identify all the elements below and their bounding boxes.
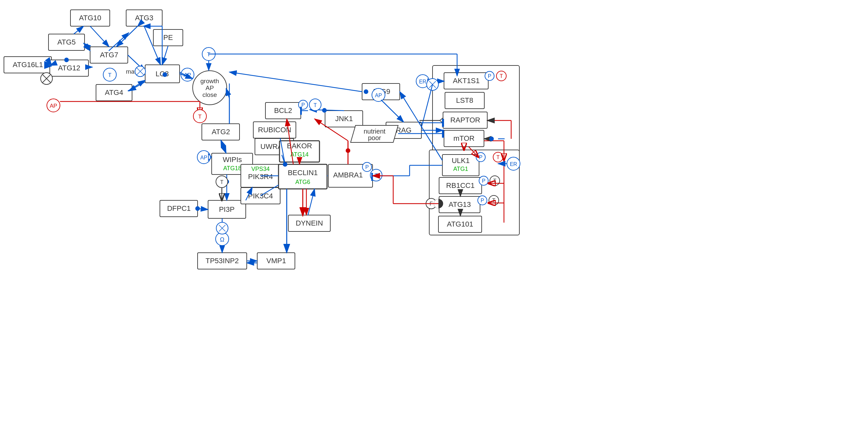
- nutrient-poor-label2: poor: [368, 134, 381, 141]
- svg-line-154: [381, 100, 404, 122]
- bcl2-label: BCL2: [274, 106, 292, 114]
- svg-text:AP: AP: [200, 155, 207, 160]
- atg101-label: ATG101: [447, 220, 473, 228]
- dfpc1-label: DFPC1: [167, 204, 191, 212]
- atg18-label: ATG18: [223, 165, 242, 172]
- svg-point-94: [162, 72, 167, 77]
- pathway-svg: ATG10 ATG3 ATG5 ATG7 PE ATG16L1 ATG12 AT…: [0, 0, 868, 439]
- ap-label: AP: [206, 85, 214, 91]
- nutrient-poor-label: nutrient: [364, 128, 386, 135]
- atg5-label: ATG5: [57, 38, 76, 46]
- close-label: close: [203, 91, 217, 98]
- ulk1-label: ULK1: [452, 157, 470, 165]
- svg-text:T: T: [220, 179, 223, 185]
- svg-point-147: [346, 148, 350, 153]
- svg-line-103: [162, 46, 168, 65]
- svg-line-111: [221, 140, 226, 153]
- svg-point-153: [364, 89, 368, 94]
- svg-text:ER: ER: [510, 161, 517, 167]
- atg14-label: ATG14: [290, 151, 309, 158]
- rb1cc1-label: RB1CC1: [446, 181, 475, 190]
- svg-point-190: [489, 136, 494, 141]
- pe-label: PE: [163, 33, 173, 41]
- jnk1-label: JNK1: [335, 114, 353, 123]
- lst8-label: LST8: [456, 96, 473, 104]
- atg1-ulk1-label: ATG1: [453, 166, 468, 172]
- atg12-label: ATG12: [58, 64, 80, 72]
- dynein-label: DYNEIN: [296, 219, 323, 227]
- svg-text:Ω: Ω: [220, 236, 224, 243]
- svg-point-136: [283, 162, 287, 167]
- svg-point-139: [322, 108, 327, 113]
- svg-point-118: [195, 206, 200, 211]
- svg-point-109: [64, 58, 69, 62]
- atg3-label: ATG3: [135, 14, 153, 22]
- svg-line-105: [74, 26, 84, 34]
- pi3p-label: PI3P: [219, 205, 235, 213]
- svg-text:T: T: [108, 72, 112, 78]
- akt1s1-label: AKT1S1: [453, 77, 480, 85]
- atg7-label: ATG7: [100, 51, 118, 59]
- rubicon-label: RUBICON: [258, 126, 291, 134]
- mtor-label: mTOR: [454, 134, 474, 142]
- pathway-diagram: ATG10 ATG3 ATG5 ATG7 PE ATG16L1 ATG12 AT…: [0, 0, 868, 439]
- svg-text:P: P: [481, 198, 484, 203]
- svg-text:AP: AP: [375, 93, 382, 98]
- svg-line-202: [308, 189, 315, 215]
- atg4-label: ATG4: [105, 89, 123, 97]
- svg-text:T: T: [493, 178, 496, 184]
- pik3c4-label: PIK3C4: [248, 192, 273, 200]
- svg-text:T: T: [207, 52, 210, 58]
- svg-text:P: P: [482, 178, 486, 184]
- raptor-label: RAPTOR: [450, 116, 480, 124]
- svg-text:T: T: [500, 73, 503, 79]
- atg13-label: ATG13: [448, 200, 471, 208]
- tp53inp2-label: TP53INP2: [206, 257, 239, 265]
- svg-text:T: T: [198, 113, 202, 120]
- svg-text:ER: ER: [419, 79, 426, 85]
- atg2-label: ATG2: [212, 128, 230, 136]
- svg-text:P: P: [488, 73, 492, 79]
- rag-label: RAG: [396, 126, 411, 134]
- growth-label: growth: [200, 77, 219, 85]
- svg-text:AP: AP: [50, 103, 57, 109]
- svg-line-70: [90, 26, 109, 47]
- svg-line-171: [422, 85, 433, 128]
- vmp1-label: VMP1: [267, 257, 286, 265]
- atg16l1-label: ATG16L1: [13, 61, 43, 69]
- svg-text:T: T: [492, 198, 495, 203]
- svg-text:T: T: [314, 102, 317, 108]
- pik3r4-label: PIK3R4: [248, 172, 273, 181]
- atg10-label: ATG10: [79, 14, 101, 22]
- svg-line-150: [229, 72, 362, 92]
- svg-line-72: [116, 26, 137, 47]
- ambra1-label: AMBRA1: [333, 171, 363, 179]
- wipis-label: WIPIs: [223, 156, 242, 164]
- atg6-label: ATG6: [295, 179, 310, 185]
- svg-text:T: T: [496, 155, 500, 160]
- svg-text:P: P: [479, 155, 483, 160]
- vps34-label: VPS34: [251, 166, 270, 172]
- beclin1-label: BECLIN1: [288, 169, 318, 177]
- svg-text:P: P: [302, 102, 305, 108]
- svg-text:P: P: [365, 164, 369, 170]
- svg-line-198: [226, 89, 229, 98]
